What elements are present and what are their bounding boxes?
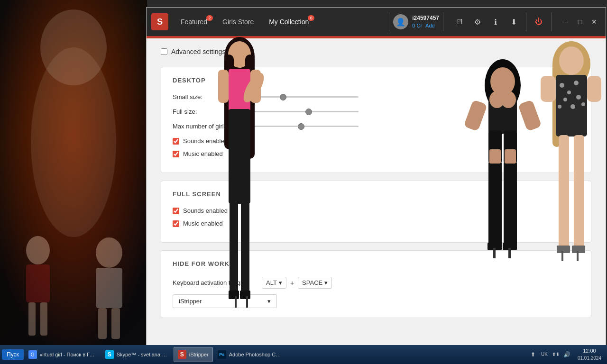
max-girls-slider-container: [254, 126, 544, 127]
divider4: [551, 12, 552, 31]
taskbar-item-chrome[interactable]: G virtual girl - Поиск в Гоо...: [25, 347, 101, 362]
start-button[interactable]: Пуск: [2, 349, 24, 360]
desktop-sounds-label[interactable]: Sounds enabled: [183, 137, 228, 145]
user-info: i24597457 0 Cr Add: [412, 15, 439, 29]
small-size-row: Small size: 60%: [173, 93, 579, 100]
avatar: 👤: [393, 14, 408, 29]
add-credits-link[interactable]: Add: [425, 23, 435, 28]
hide-for-work-section: HIDE FOR WORK Keyboard activation toggle…: [161, 250, 591, 318]
fullscreen-sounds-checkbox[interactable]: [173, 208, 179, 214]
fullscreen-section-title: FULL SCREEN: [173, 191, 579, 198]
desktop-section-title: DESKTOP: [173, 77, 579, 84]
tab-featured[interactable]: Featured 2: [174, 15, 214, 28]
divider3: [526, 12, 526, 31]
taskbar-item-skype[interactable]: S Skype™ - svetlana.mihal...: [101, 347, 173, 362]
photoshop-icon: Ps: [218, 350, 226, 359]
user-id: i24597457: [412, 15, 439, 22]
chrome-icon: G: [28, 350, 37, 359]
download-icon[interactable]: ⬇: [505, 13, 522, 30]
desktop-sounds-checkbox[interactable]: [173, 138, 179, 145]
desktop-music-label[interactable]: Music enabled: [183, 150, 223, 157]
small-size-slider-container: [254, 96, 544, 98]
tab-girls-store[interactable]: Girls Store: [216, 15, 260, 28]
maximize-button[interactable]: □: [573, 15, 587, 28]
app-logo: S: [151, 13, 168, 30]
divider: [389, 12, 389, 31]
max-girls-label: Max number of girls:: [173, 123, 248, 130]
toolbar-icons: 🖥 ⚙ ℹ ⬇: [451, 13, 522, 30]
harley-quinn-bg: [0, 0, 147, 355]
background-left: [0, 0, 147, 355]
small-size-value: 60%: [556, 93, 579, 100]
taskbar: Пуск G virtual girl - Поиск в Гоо... S S…: [0, 345, 607, 364]
divider2: [443, 12, 443, 31]
app-window: S Featured 2 Girls Store My Collection 6…: [146, 7, 606, 358]
desktop-section: DESKTOP Small size: 60% Full size: 110% …: [161, 67, 591, 173]
power-icon[interactable]: ⏻: [530, 13, 547, 30]
max-girls-slider[interactable]: [254, 126, 359, 127]
advanced-settings-checkbox[interactable]: [161, 48, 167, 55]
fullscreen-music-label[interactable]: Music enabled: [183, 220, 223, 227]
user-credits: 0 Cr Add: [412, 22, 439, 29]
fullscreen-sounds-label[interactable]: Sounds enabled: [183, 207, 228, 214]
taskbar-item-photoshop[interactable]: Ps Adobe Photoshop CS3 - ...: [214, 347, 285, 362]
app-selector-dropdown[interactable]: iStripper ▾: [173, 294, 277, 308]
desktop-sounds-row: Sounds enabled: [173, 137, 579, 145]
skype-icon: S: [105, 350, 114, 359]
fullscreen-music-checkbox[interactable]: [173, 220, 179, 227]
volume-icon[interactable]: 🔊: [562, 350, 572, 359]
taskbar-item-istripper[interactable]: S iStripper: [174, 347, 213, 362]
close-button[interactable]: ✕: [588, 15, 601, 28]
nav-tabs: Featured 2 Girls Store My Collection 6: [174, 15, 385, 28]
arrows-icon[interactable]: ⬆⬇: [551, 350, 561, 359]
fullscreen-music-row: Music enabled: [173, 220, 579, 227]
hide-for-work-title: HIDE FOR WORK: [173, 260, 579, 267]
keyboard-layout-icon[interactable]: UK: [540, 350, 549, 359]
full-size-slider-container: [254, 111, 544, 112]
keyboard-toggle-row: Keyboard activation toggle: ALT ▾ + SPAC…: [173, 277, 579, 289]
desktop-music-row: Music enabled: [173, 150, 579, 157]
full-size-row: Full size: 110%: [173, 108, 579, 115]
settings-icon[interactable]: ⚙: [469, 13, 486, 30]
desktop-music-checkbox[interactable]: [173, 151, 179, 157]
minimize-button[interactable]: ─: [559, 15, 572, 28]
network-icon[interactable]: ⬆: [528, 350, 538, 359]
user-area: 👤 i24597457 0 Cr Add: [393, 14, 439, 29]
collection-badge: 6: [308, 15, 314, 21]
info-icon[interactable]: ℹ: [487, 13, 504, 30]
advanced-settings-label[interactable]: Advanced settings: [171, 48, 225, 55]
max-girls-value: 5 girls: [556, 123, 579, 130]
settings-content: Advanced settings DESKTOP Small size: 60…: [147, 38, 606, 357]
plus-sign: +: [290, 279, 294, 287]
alt-key-dropdown[interactable]: ALT ▾: [262, 277, 286, 289]
fullscreen-section: FULL SCREEN Sounds enabled Music enabled: [161, 181, 591, 243]
taskbar-systray: ⬆ UK ⬆⬇ 🔊 12:00 01.01.2024: [528, 347, 605, 361]
max-girls-row: Max number of girls: 5 girls: [173, 123, 579, 130]
small-size-label: Small size:: [173, 93, 248, 100]
clock: 12:00 01.01.2024: [574, 347, 605, 361]
full-size-slider[interactable]: [254, 111, 359, 112]
istripper-taskbar-icon: S: [178, 350, 186, 359]
tab-my-collection[interactable]: My Collection 6: [262, 15, 315, 28]
title-bar: S Featured 2 Girls Store My Collection 6…: [147, 8, 606, 36]
keyboard-toggle-label: Keyboard activation toggle:: [173, 279, 258, 286]
monitor-icon[interactable]: 🖥: [451, 13, 468, 30]
advanced-settings-row: Advanced settings: [161, 48, 591, 55]
fullscreen-sounds-row: Sounds enabled: [173, 207, 579, 214]
small-size-slider[interactable]: [254, 96, 359, 98]
featured-badge: 2: [206, 15, 213, 21]
space-key-dropdown[interactable]: SPACE ▾: [298, 277, 332, 289]
window-controls: ─ □ ✕: [559, 15, 601, 28]
full-size-value: 110%: [556, 108, 579, 115]
full-size-label: Full size:: [173, 108, 248, 115]
svg-point-2: [40, 9, 107, 85]
